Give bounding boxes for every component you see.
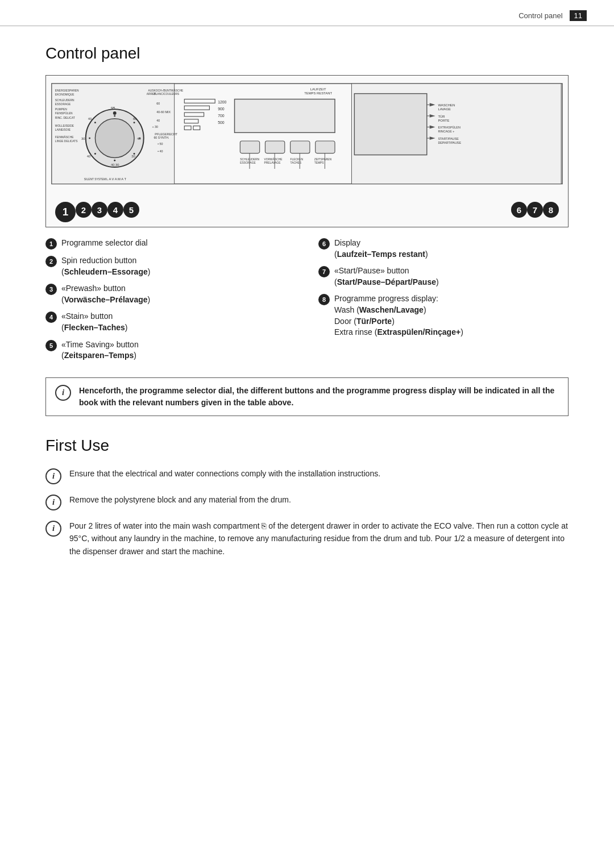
badge-2: 2 — [76, 202, 92, 218]
svg-text:LAVAGE: LAVAGE — [438, 107, 451, 111]
svg-rect-62 — [316, 141, 335, 153]
desc-item-7: 7 «Start/Pause» button (Start/Pause–Dépa… — [318, 265, 569, 288]
svg-text:60: 60 — [133, 117, 137, 121]
desc-num-1: 1 — [45, 238, 57, 250]
svg-point-33 — [94, 153, 96, 155]
desc-sub-5: Zeitsparen–Temps — [64, 351, 134, 360]
desc-door: Tür/Porte — [356, 317, 392, 326]
control-panel-title: Control panel — [45, 44, 569, 63]
svg-text:LAUFZEIT: LAUFZEIT — [310, 88, 326, 91]
svg-text:SILENT SYSTEM: SILENT SYSTEM — [84, 178, 106, 181]
svg-point-28 — [114, 115, 115, 117]
section-label: Control panel — [518, 11, 562, 20]
first-use-text-3: Pour 2 litres of water into the main was… — [69, 520, 569, 558]
svg-rect-60 — [265, 141, 284, 153]
svg-text:PUMPEN: PUMPEN — [55, 108, 67, 111]
svg-text:KOCH-/BUNTWÄSCHE: KOCH-/BUNTWÄSCHE — [154, 89, 184, 92]
desc-text-1: Programme selector dial — [61, 238, 148, 249]
info-text-control-panel: Henceforth, the programme selector dial,… — [79, 385, 559, 409]
svg-text:WOLLE/SEIDE: WOLLE/SEIDE — [55, 124, 74, 127]
badge-7: 7 — [527, 202, 543, 218]
first-use-title: First Use — [45, 437, 569, 455]
svg-text:EXTRASPÜLEN: EXTRASPÜLEN — [438, 126, 460, 129]
info-bold-text: Henceforth, the programme selector dial,… — [79, 386, 554, 407]
desc-num-6: 6 — [318, 238, 330, 250]
svg-text:TÜR: TÜR — [438, 115, 445, 118]
svg-text:40: 40 — [88, 117, 92, 121]
page-content: Control panel ENERGIESPAREN EKONOMIQUE S… — [0, 26, 614, 589]
first-use-item-2: i Remove the polystyrene block and any m… — [45, 493, 569, 510]
desc-text-7: «Start/Pause» button (Start/Pause–Départ… — [334, 265, 439, 288]
svg-text:ZEITSPAREN: ZEITSPAREN — [314, 158, 332, 161]
svg-text:60  SYNTH.: 60 SYNTH. — [154, 136, 169, 139]
svg-text:BLANC/COULEURS: BLANC/COULEURS — [154, 93, 180, 95]
badge-5-connector: 5 — [123, 202, 139, 218]
desc-text-5: «Time Saving» button (Zeitsparen–Temps) — [61, 339, 139, 362]
badge-3: 3 — [92, 202, 107, 218]
svg-text:40 30: 40 30 — [111, 163, 119, 167]
svg-text:PORTE: PORTE — [438, 119, 449, 122]
svg-point-29 — [134, 122, 135, 123]
svg-text:500: 500 — [218, 121, 225, 124]
svg-text:EKONOMIQUE: EKONOMIQUE — [55, 93, 74, 96]
desc-num-5: 5 — [45, 340, 57, 351]
badge-5: 5 — [123, 202, 139, 218]
svg-text:FEINWÄSCHE: FEINWÄSCHE — [55, 135, 74, 139]
badge-2-connector: 2 — [76, 202, 92, 218]
desc-wash: Waschen/Lavage — [359, 305, 424, 314]
item-descriptions: 1 Programme selector dial 2 Spin reducti… — [45, 238, 569, 367]
desc-sub-3: Vorwäsche–Prélavage — [64, 295, 148, 304]
svg-text:TEMPS: TEMPS — [314, 161, 325, 164]
page-header: Control panel 11 — [0, 0, 614, 26]
badge-4-connector: 4 — [107, 202, 123, 218]
svg-text:40: 40 — [156, 119, 160, 122]
svg-text:SCHLEUDERN: SCHLEUDERN — [55, 99, 74, 102]
first-use-text-2: Remove the polystyrene block and any mat… — [69, 493, 291, 506]
desc-sub-6: Laufzeit–Temps restant — [337, 250, 425, 259]
svg-text:RINC. DELICAT: RINC. DELICAT — [55, 117, 75, 119]
svg-text:60: 60 — [156, 102, 160, 105]
svg-text:LINGE DELICATS: LINGE DELICATS — [55, 140, 78, 143]
svg-rect-58 — [235, 99, 335, 132]
info-icon-3: i — [45, 521, 61, 537]
page-number: 11 — [570, 10, 587, 21]
svg-text:30: 30 — [131, 155, 135, 158]
desc-text-8: Programme progress display: Wash (Wasche… — [334, 293, 463, 338]
desc-item-6: 6 Display (Laufzeit–Temps restant) — [318, 238, 569, 260]
svg-text:40-60 MIX: 40-60 MIX — [156, 110, 171, 114]
badge-1-connector: 1 — [55, 202, 76, 222]
machine-diagram-svg: ENERGIESPAREN EKONOMIQUE SCHLEUDERN ESSO… — [51, 81, 563, 201]
badge-3-connector: 3 — [92, 202, 107, 218]
svg-rect-92 — [354, 94, 426, 155]
desc-sub-2: Schleudern–Essorage — [64, 267, 148, 276]
svg-text:700: 700 — [218, 114, 225, 118]
desc-text-3: «Prewash» button (Vorwäsche–Prélavage) — [61, 283, 150, 305]
svg-text:40: 40 — [137, 137, 141, 140]
svg-text:VORWÄSCHE: VORWÄSCHE — [264, 157, 283, 161]
info-icon-control-panel: i — [55, 385, 71, 401]
info-icon-2: i — [45, 495, 61, 510]
desc-sub-7: Start/Pause–Départ/Pause — [337, 277, 436, 286]
svg-text:TACHES: TACHES — [291, 161, 302, 164]
svg-point-35 — [94, 122, 96, 123]
desc-sub-4: Flecken–Taches — [64, 323, 125, 332]
first-use-item-1: i Ensure that the electrical and water c… — [45, 467, 569, 484]
badge-7-connector: 7 — [527, 202, 543, 218]
svg-point-32 — [114, 160, 115, 161]
desc-num-8: 8 — [318, 294, 330, 305]
svg-text:FEINSPÜLEN: FEINSPÜLEN — [55, 111, 73, 115]
svg-text:ENERGIESPAREN: ENERGIESPAREN — [55, 89, 79, 92]
badge-4: 4 — [107, 202, 123, 218]
desc-item-2: 2 Spin reduction button (Schleudern–Esso… — [45, 255, 296, 277]
svg-point-27 — [113, 111, 117, 115]
desc-num-2: 2 — [45, 256, 57, 267]
svg-text:FLECKEN: FLECKEN — [291, 158, 304, 161]
svg-text:DEPART/PAUSE: DEPART/PAUSE — [438, 141, 461, 144]
badge-1: 1 — [55, 202, 76, 222]
svg-text:START/PAUSE: START/PAUSE — [438, 137, 459, 140]
info-box-control-panel: i Henceforth, the programme selector dia… — [45, 377, 569, 416]
desc-left-column: 1 Programme selector dial 2 Spin reducti… — [45, 238, 313, 367]
svg-text:900: 900 — [218, 107, 225, 111]
svg-text:95: 95 — [111, 106, 115, 110]
control-panel-diagram: ENERGIESPAREN EKONOMIQUE SCHLEUDERN ESSO… — [45, 75, 569, 227]
